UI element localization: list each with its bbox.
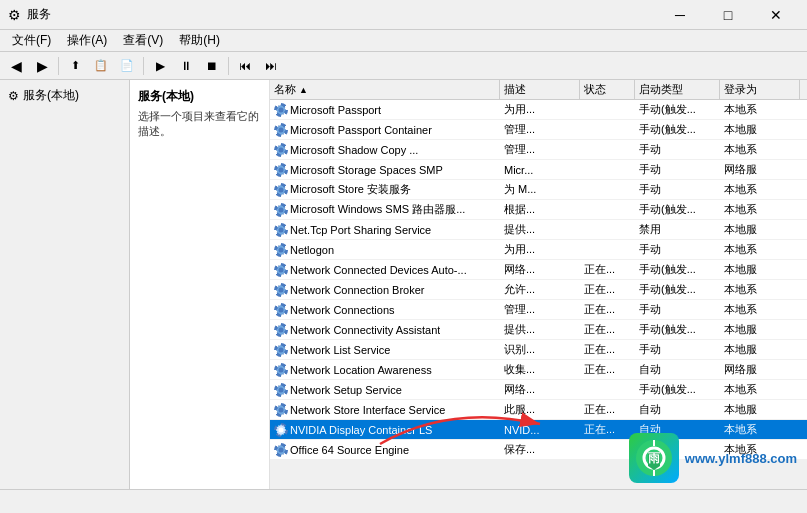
minimize-button[interactable]: ─ xyxy=(657,0,703,30)
toolbar-separator-3 xyxy=(228,57,229,75)
service-name: Microsoft Store 安装服务 xyxy=(290,182,411,197)
service-startup: 手动 xyxy=(635,302,720,317)
service-startup: 自动 xyxy=(635,362,720,377)
service-startup: 手动 xyxy=(635,142,720,157)
svg-point-4 xyxy=(279,187,284,192)
service-login: 本地系 xyxy=(720,202,800,217)
table-row[interactable]: Microsoft Passport为用...手动(触发...本地系 xyxy=(270,100,807,120)
gear-icon xyxy=(274,263,288,277)
table-row[interactable]: Net.Tcp Port Sharing Service提供...禁用本地服 xyxy=(270,220,807,240)
up-button[interactable]: ⬆ xyxy=(63,55,87,77)
col-header-status[interactable]: 状态 xyxy=(580,80,635,99)
service-login: 本地服 xyxy=(720,402,800,417)
maximize-button[interactable]: □ xyxy=(705,0,751,30)
service-desc: 根据... xyxy=(500,202,580,217)
service-startup: 手动(触发... xyxy=(635,282,720,297)
table-row[interactable]: Microsoft Shadow Copy ...管理...手动本地系 xyxy=(270,140,807,160)
forward-button[interactable]: ▶ xyxy=(30,55,54,77)
col-header-startup[interactable]: 启动类型 xyxy=(635,80,720,99)
service-status: 正在... xyxy=(580,302,635,317)
window-title: 服务 xyxy=(27,6,51,23)
col-header-login[interactable]: 登录为 xyxy=(720,80,800,99)
title-bar: ⚙ 服务 ─ □ ✕ xyxy=(0,0,807,30)
col-header-name[interactable]: 名称 ▲ xyxy=(270,80,500,99)
gear-icon xyxy=(274,203,288,217)
table-row[interactable]: Microsoft Storage Spaces SMPMicr...手动网络服 xyxy=(270,160,807,180)
menu-action[interactable]: 操作(A) xyxy=(59,30,115,51)
service-startup: 自动 xyxy=(635,402,720,417)
service-login: 本地服 xyxy=(720,322,800,337)
service-startup: 手动 xyxy=(635,182,720,197)
restart-service-button[interactable]: ⏮ xyxy=(233,55,257,77)
services-panel: 名称 ▲ 描述 状态 启动类型 登录为 xyxy=(270,80,807,460)
table-row[interactable]: Microsoft Passport Container管理...手动(触发..… xyxy=(270,120,807,140)
service-desc: 网络... xyxy=(500,382,580,397)
service-name: Microsoft Storage Spaces SMP xyxy=(290,164,443,176)
table-row[interactable]: Network Store Interface Service此服...正在..… xyxy=(270,400,807,420)
service-desc: 允许... xyxy=(500,282,580,297)
service-status: 正在... xyxy=(580,402,635,417)
status-bar xyxy=(0,489,807,513)
service-desc: Micr... xyxy=(500,164,580,176)
show-button[interactable]: 📄 xyxy=(115,55,139,77)
service-desc: 此服... xyxy=(500,402,580,417)
service-login: 本地服 xyxy=(720,122,800,137)
gear-icon xyxy=(274,143,288,157)
properties-button[interactable]: ⏭ xyxy=(259,55,283,77)
table-row[interactable]: Microsoft Store 安装服务为 M...手动本地系 xyxy=(270,180,807,200)
gear-icon xyxy=(274,343,288,357)
svg-point-17 xyxy=(279,447,284,452)
service-login: 本地系 xyxy=(720,382,800,397)
gear-icon xyxy=(274,383,288,397)
gear-icon xyxy=(274,303,288,317)
table-row[interactable]: Network Connectivity Assistant提供...正在...… xyxy=(270,320,807,340)
service-desc: 为用... xyxy=(500,242,580,257)
service-status: 正在... xyxy=(580,422,635,437)
services-icon: ⚙ xyxy=(8,89,19,103)
start-service-button[interactable]: ▶ xyxy=(148,55,172,77)
menu-file[interactable]: 文件(F) xyxy=(4,30,59,51)
service-startup: 手动 xyxy=(635,342,720,357)
table-row[interactable]: Network Location Awareness收集...正在...自动网络… xyxy=(270,360,807,380)
table-row[interactable]: Network Connections管理...正在...手动本地系 xyxy=(270,300,807,320)
services-container: 名称 ▲ 描述 状态 启动类型 登录为 xyxy=(270,80,807,489)
service-startup: 手动(触发... xyxy=(635,122,720,137)
back-button[interactable]: ◀ xyxy=(4,55,28,77)
menu-help[interactable]: 帮助(H) xyxy=(171,30,228,51)
view-button[interactable]: 📋 xyxy=(89,55,113,77)
gear-icon xyxy=(274,403,288,417)
stop-service-button[interactable]: ⏹ xyxy=(200,55,224,77)
service-name: Network Location Awareness xyxy=(290,364,432,376)
service-login: 网络服 xyxy=(720,362,800,377)
service-startup: 手动 xyxy=(635,242,720,257)
table-row[interactable]: Netlogon为用...手动本地系 xyxy=(270,240,807,260)
gear-icon xyxy=(274,243,288,257)
table-row[interactable]: Network Connected Devices Auto-...网络...正… xyxy=(270,260,807,280)
description-text: 选择一个项目来查看它的描述。 xyxy=(138,109,261,140)
col-header-desc[interactable]: 描述 xyxy=(500,80,580,99)
service-login: 本地系 xyxy=(720,302,800,317)
gear-icon xyxy=(274,123,288,137)
svg-point-2 xyxy=(279,147,284,152)
service-status: 正在... xyxy=(580,322,635,337)
service-desc: 提供... xyxy=(500,222,580,237)
service-desc: 网络... xyxy=(500,262,580,277)
service-login: 本地服 xyxy=(720,262,800,277)
table-row[interactable]: Network Connection Broker允许...正在...手动(触发… xyxy=(270,280,807,300)
menu-bar: 文件(F) 操作(A) 查看(V) 帮助(H) xyxy=(0,30,807,52)
gear-icon xyxy=(274,443,288,457)
pause-service-button[interactable]: ⏸ xyxy=(174,55,198,77)
service-startup: 手动(触发... xyxy=(635,382,720,397)
service-name: Microsoft Shadow Copy ... xyxy=(290,144,418,156)
sort-arrow: ▲ xyxy=(299,85,308,95)
close-button[interactable]: ✕ xyxy=(753,0,799,30)
left-panel: ⚙ 服务(本地) xyxy=(0,80,130,489)
table-row[interactable]: Microsoft Windows SMS 路由器服...根据...手动(触发.… xyxy=(270,200,807,220)
table-row[interactable]: Network List Service识别...正在...手动本地服 xyxy=(270,340,807,360)
sidebar-item-services[interactable]: ⚙ 服务(本地) xyxy=(4,84,125,107)
toolbar-separator-2 xyxy=(143,57,144,75)
table-row[interactable]: Network Setup Service网络...手动(触发...本地系 xyxy=(270,380,807,400)
menu-view[interactable]: 查看(V) xyxy=(115,30,171,51)
watermark: 雨 www.ylmf888.com xyxy=(629,433,797,483)
svg-point-14 xyxy=(279,387,284,392)
